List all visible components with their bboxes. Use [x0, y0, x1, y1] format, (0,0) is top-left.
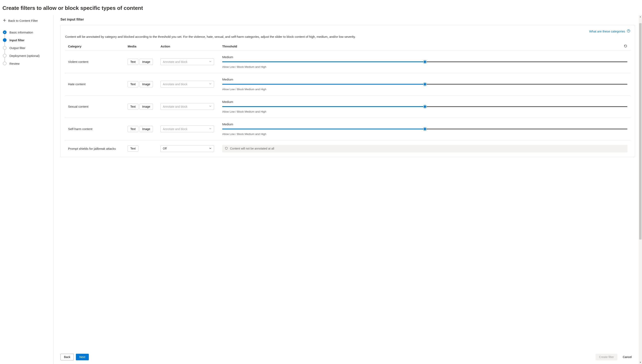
media-toggle-text[interactable]: Text	[128, 146, 138, 152]
filter-row: Violent contentTextImageAnnotate and blo…	[65, 51, 630, 73]
chevron-down-icon	[209, 60, 212, 64]
threshold-cell: MediumAllow Low / Block Medium and High	[222, 100, 627, 113]
threshold-description: Allow Low / Block Medium and High	[222, 132, 627, 136]
media-toggle-image[interactable]: Image	[140, 59, 153, 65]
threshold-label: Medium	[222, 78, 627, 81]
col-category: Category	[68, 44, 126, 48]
threshold-cell: MediumAllow Low / Block Medium and High	[222, 122, 627, 136]
threshold-slider[interactable]	[222, 82, 627, 86]
threshold-description: Allow Low / Block Medium and High	[222, 110, 627, 113]
action-select: Annotate and block	[161, 81, 214, 88]
category-name: Violent content	[68, 60, 126, 64]
filter-panel: What are these categories Content will b…	[61, 25, 635, 157]
filter-row: Sexual contentTextImageAnnotate and bloc…	[65, 96, 630, 118]
create-filter-button: Create filter	[595, 354, 617, 360]
threshold-description: Allow Low / Block Medium and High	[222, 88, 627, 91]
filter-row: Self-harm contentTextImageAnnotate and b…	[65, 118, 630, 140]
threshold-description: Allow Low / Block Medium and High	[222, 65, 627, 68]
wizard-step[interactable]: Deployment (optional)	[3, 52, 51, 60]
arrow-left-icon	[3, 19, 6, 22]
filter-row: Prompt shields for jailbreak attacksText…	[65, 140, 630, 157]
step-label: Basic information	[10, 30, 33, 34]
filter-row: Hate contentTextImageAnnotate and blockM…	[65, 73, 630, 96]
cancel-button[interactable]: Cancel	[619, 354, 635, 360]
wizard-step[interactable]: Input filter	[3, 36, 51, 44]
media-toggle-text[interactable]: Text	[128, 81, 138, 87]
info-box: Content will not be annotated at all	[222, 145, 627, 152]
media-toggle-group: TextImage	[128, 81, 158, 87]
scrollbar-up-icon[interactable]: ▲	[639, 15, 642, 18]
col-media: Media	[128, 44, 158, 48]
slider-thumb[interactable]	[423, 60, 427, 64]
step-label: Output filter	[10, 46, 26, 50]
category-name: Self-harm content	[68, 127, 126, 131]
panel-description: Content will be annotated by category an…	[65, 34, 630, 39]
back-to-content-filter-link[interactable]: Back to Content Filter	[3, 18, 51, 28]
media-toggle-image[interactable]: Image	[140, 126, 153, 132]
chevron-down-icon	[209, 82, 212, 86]
media-toggle-image[interactable]: Image	[140, 104, 153, 110]
media-toggle-text[interactable]: Text	[128, 104, 138, 110]
col-threshold: Threshold	[222, 44, 618, 48]
reset-icon[interactable]	[624, 44, 627, 48]
media-toggle-group: Text	[128, 146, 158, 152]
threshold-label: Medium	[222, 122, 627, 126]
action-select-value: Annotate and block	[163, 127, 187, 131]
media-toggle-group: TextImage	[128, 104, 158, 110]
wizard-step[interactable]: Output filter	[3, 44, 51, 52]
step-indicator-icon	[3, 54, 7, 58]
step-indicator-icon	[3, 38, 7, 42]
page-title: Create filters to allow or block specifi…	[0, 0, 642, 15]
threshold-cell: MediumAllow Low / Block Medium and High	[222, 55, 627, 68]
info-text: Content will not be annotated at all	[230, 147, 274, 150]
step-indicator-icon	[3, 30, 7, 34]
media-toggle-group: TextImage	[128, 126, 158, 132]
chevron-down-icon	[209, 127, 212, 131]
action-select-value: Annotate and block	[163, 82, 187, 86]
media-toggle-text[interactable]: Text	[128, 59, 138, 65]
media-toggle-text[interactable]: Text	[128, 126, 138, 132]
threshold-slider[interactable]	[222, 127, 627, 131]
category-name: Hate content	[68, 82, 126, 86]
threshold-cell: MediumAllow Low / Block Medium and High	[222, 78, 627, 91]
step-indicator-icon	[3, 46, 7, 50]
category-name: Sexual content	[68, 105, 126, 108]
slider-thumb[interactable]	[423, 82, 427, 86]
threshold-slider[interactable]	[222, 105, 627, 108]
wizard-steps: Basic informationInput filterOutput filt…	[3, 28, 51, 68]
media-toggle-image[interactable]: Image	[140, 81, 153, 87]
threshold-slider[interactable]	[222, 60, 627, 64]
chevron-down-icon	[209, 147, 212, 150]
help-link-label: What are these categories	[589, 30, 625, 33]
what-are-these-categories-link[interactable]: What are these categories	[589, 29, 630, 33]
threshold-info: Content will not be annotated at all	[222, 145, 627, 152]
vertical-scrollbar[interactable]: ▲ ▼	[639, 15, 642, 364]
help-circle-icon	[627, 29, 630, 33]
step-label: Deployment (optional)	[10, 54, 40, 58]
next-button[interactable]: Next	[76, 354, 89, 360]
action-select-value: Annotate and block	[163, 105, 187, 108]
threshold-label: Medium	[222, 100, 627, 104]
slider-thumb[interactable]	[423, 127, 427, 131]
slider-thumb[interactable]	[423, 105, 427, 108]
action-select[interactable]: Off	[161, 145, 214, 152]
wizard-sidebar: Back to Content Filter Basic information…	[0, 15, 54, 364]
chevron-down-icon	[209, 105, 212, 108]
step-indicator-icon	[3, 62, 7, 65]
scrollbar-thumb[interactable]	[639, 23, 641, 240]
step-label: Review	[10, 62, 20, 65]
shield-icon	[225, 147, 228, 150]
wizard-step[interactable]: Basic information	[3, 28, 51, 36]
table-header-row: Category Media Action Threshold	[65, 42, 630, 51]
threshold-label: Medium	[222, 55, 627, 59]
wizard-step[interactable]: Review	[3, 60, 51, 68]
col-action: Action	[161, 44, 220, 48]
scrollbar-down-icon[interactable]: ▼	[639, 361, 642, 364]
back-button[interactable]: Back	[61, 354, 74, 360]
action-select: Annotate and block	[161, 58, 214, 65]
section-title: Set input filter	[61, 18, 635, 22]
action-select: Annotate and block	[161, 126, 214, 132]
category-name: Prompt shields for jailbreak attacks	[68, 147, 126, 150]
wizard-footer: Back Next Create filter Cancel	[54, 350, 642, 364]
svg-point-1	[628, 32, 629, 32]
